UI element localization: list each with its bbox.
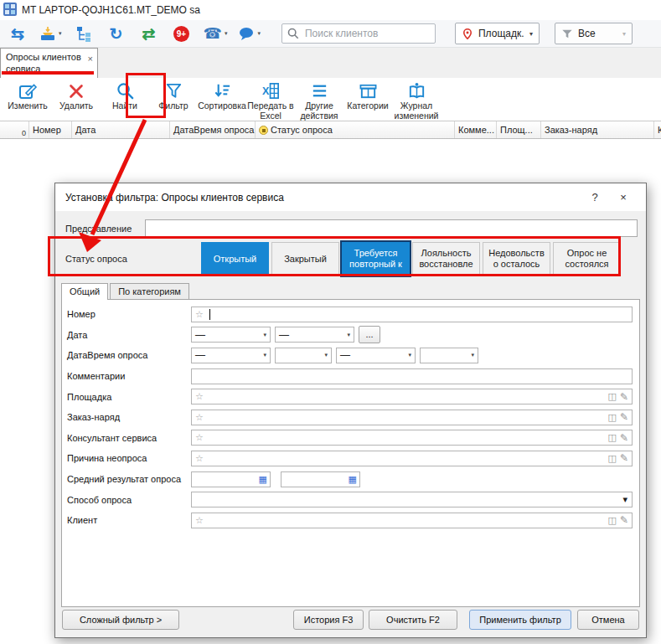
cancel-button[interactable]: Отмена xyxy=(577,610,639,630)
apply-filter-button[interactable]: Применить фильтр xyxy=(469,610,571,630)
status-button-closed[interactable]: Закрытый xyxy=(271,242,339,276)
dropdown-caret: ▾ xyxy=(225,30,228,37)
date-from-combo[interactable]: —▾ xyxy=(191,327,271,343)
column-header-datetime[interactable]: ДатаВремя опроса xyxy=(170,121,256,138)
tab-general[interactable]: Общий xyxy=(61,283,108,300)
comments-input[interactable] xyxy=(191,368,633,384)
export-excel-button[interactable]: X Передать в Excel xyxy=(246,79,295,121)
menu-icon xyxy=(310,80,329,101)
column-header-date[interactable]: Дата xyxy=(72,121,170,138)
date-to-combo[interactable]: —▾ xyxy=(275,327,354,343)
datetime-combo-4[interactable]: ▾ xyxy=(420,348,478,363)
avg-result-from-input[interactable]: ▦ xyxy=(191,471,271,487)
star-icon: ☆ xyxy=(195,433,204,442)
dialog-help-button[interactable]: ? xyxy=(581,191,609,204)
status-button-open[interactable]: Открытый xyxy=(201,242,269,276)
edit-pencil-icon[interactable]: ✎ xyxy=(620,433,628,443)
number-input[interactable]: ☆ xyxy=(191,307,633,322)
dropdown-caret: ▾ xyxy=(59,30,62,37)
workorder-lookup[interactable]: ☆ ◫✎ xyxy=(191,410,633,425)
inbox-icon[interactable]: ▾ xyxy=(39,25,62,42)
quick-filter-selector[interactable]: Все ▾ xyxy=(555,23,633,44)
number-grid-icon[interactable]: ▦ xyxy=(349,475,357,484)
edit-pencil-icon[interactable]: ✎ xyxy=(620,515,628,525)
location-pin-icon xyxy=(462,28,473,40)
survey-method-select[interactable]: ▾ xyxy=(191,492,633,507)
chevron-down-icon: ▾ xyxy=(324,352,328,358)
more-actions-button[interactable]: Другие действия xyxy=(295,79,343,121)
status-button-dissatisfied[interactable]: Недовольств о осталось xyxy=(483,242,550,276)
app-window: MT LAPTOP-QOJH1C61.MT_DEMO sa ⇆ ▾ ↻ ⇄ 9+… xyxy=(0,0,661,644)
status-button-loyalty[interactable]: Лояльность восстановле xyxy=(412,242,480,276)
edit-icon xyxy=(18,80,38,101)
phone-icon[interactable]: ☎ ▾ xyxy=(204,26,228,41)
edit-pencil-icon[interactable]: ✎ xyxy=(620,392,628,402)
field-row-consultant: Консультант сервиса ☆ ◫✎ xyxy=(67,428,633,449)
grid-header: 0 Номер Дата ДатаВремя опроса Статус опр… xyxy=(0,121,661,139)
chevron-down-icon: ▾ xyxy=(408,352,411,358)
edit-button[interactable]: Изменить xyxy=(3,79,52,121)
filter-button[interactable]: Фильтр xyxy=(149,79,198,121)
edit-pencil-icon[interactable]: ✎ xyxy=(620,412,628,422)
refresh-icon[interactable]: ↻ xyxy=(106,26,127,42)
lookup-book-icon[interactable]: ◫ xyxy=(608,454,617,463)
site-lookup[interactable]: ☆ ◫✎ xyxy=(191,389,633,404)
datetime-combo-3[interactable]: —▾ xyxy=(336,348,416,363)
delete-button[interactable]: Удалить xyxy=(52,79,101,121)
datetime-combo-2[interactable]: ▾ xyxy=(275,348,332,363)
status-button-repeat[interactable]: Требуется повторный к xyxy=(342,242,410,276)
filter-dialog: Установка фильтра: Опросы клиентов серви… xyxy=(54,183,647,638)
column-header-client[interactable]: К xyxy=(654,121,661,138)
column-header-number[interactable]: Номер xyxy=(29,121,72,138)
column-header-workorder[interactable]: Заказ-наряд xyxy=(541,121,654,138)
lookup-book-icon[interactable]: ◫ xyxy=(608,516,617,525)
field-row-client: Клиент ☆ ◫✎ xyxy=(67,510,633,531)
status-button-not-held[interactable]: Опрос не состоялся xyxy=(553,242,621,276)
history-button[interactable]: История F3 xyxy=(293,610,364,630)
sort-button[interactable]: Сортировка xyxy=(198,79,246,121)
tab-close-icon[interactable]: × xyxy=(88,54,93,64)
app-icon xyxy=(3,3,17,18)
tab-service-surveys[interactable]: Опросы клиентов сервиса × xyxy=(0,48,98,78)
find-button[interactable]: Найти xyxy=(101,79,149,121)
transfer-icon[interactable]: ⇄ xyxy=(138,26,160,42)
date-more-button[interactable]: ... xyxy=(359,326,380,343)
column-header-site[interactable]: Площ... xyxy=(497,121,541,138)
lookup-book-icon[interactable]: ◫ xyxy=(608,413,617,422)
lookup-book-icon[interactable]: ◫ xyxy=(608,433,617,442)
column-header-status[interactable]: Статус опроса xyxy=(256,121,455,138)
number-grid-icon[interactable]: ▦ xyxy=(259,475,267,484)
search-input[interactable] xyxy=(303,27,430,40)
column-header-comments[interactable]: Комме... xyxy=(455,121,497,138)
tree-icon[interactable] xyxy=(73,25,95,42)
view-input[interactable] xyxy=(145,219,638,237)
client-search[interactable] xyxy=(281,23,436,44)
dialog-close-button[interactable]: × xyxy=(609,191,638,204)
lookup-book-icon[interactable]: ◫ xyxy=(608,392,617,401)
text-cursor xyxy=(209,309,210,320)
client-lookup[interactable]: ☆ ◫✎ xyxy=(191,513,633,528)
categories-button[interactable]: Категории xyxy=(343,79,392,121)
row-indicator-cell: 0 xyxy=(0,121,29,138)
complex-filter-button[interactable]: Сложный фильтр > xyxy=(62,610,179,630)
status-filter-row: Статус опроса Открытый Закрытый Требуетс… xyxy=(65,240,638,277)
field-row-comments: Комментарии xyxy=(67,366,633,387)
dialog-titlebar: Установка фильтра: Опросы клиентов серви… xyxy=(55,183,646,211)
chevron-down-icon: ▾ xyxy=(529,30,533,38)
datetime-combo-1[interactable]: —▾ xyxy=(191,348,271,363)
exchange-icon[interactable]: ⇆ xyxy=(7,26,28,42)
avg-result-to-input[interactable]: ▦ xyxy=(281,471,360,487)
status-filter-label: Статус опроса xyxy=(65,254,201,264)
window-titlebar: MT LAPTOP-QOJH1C61.MT_DEMO sa xyxy=(0,0,661,20)
dialog-title: Установка фильтра: Опросы клиентов серви… xyxy=(65,192,581,204)
consultant-lookup[interactable]: ☆ ◫✎ xyxy=(191,430,633,446)
clear-button[interactable]: Очистить F2 xyxy=(369,610,457,630)
tab-label: Опросы клиентов сервиса xyxy=(6,52,81,74)
edit-pencil-icon[interactable]: ✎ xyxy=(620,453,628,463)
tab-by-categories[interactable]: По категориям xyxy=(110,283,189,299)
site-selector[interactable]: Площадк... ▾ xyxy=(455,23,540,44)
change-log-button[interactable]: Журнал изменений xyxy=(392,79,441,121)
chat-icon[interactable]: ▾ xyxy=(238,25,261,42)
notification-badge[interactable]: 9+ xyxy=(171,26,193,42)
nosurvey-reason-lookup[interactable]: ☆ ◫✎ xyxy=(191,451,633,466)
